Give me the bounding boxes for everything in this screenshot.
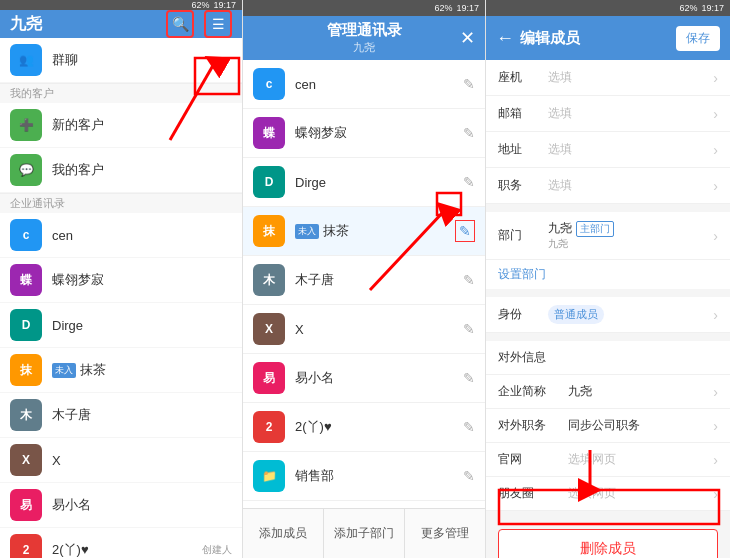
contact-name: 易小名 bbox=[295, 369, 334, 387]
edit-icon[interactable]: ✎ bbox=[463, 321, 475, 337]
avatar: 蝶 bbox=[253, 117, 285, 149]
edit-icon[interactable]: ✎ bbox=[463, 272, 475, 288]
contact-name: 易小名 bbox=[52, 496, 91, 514]
chevron-icon: › bbox=[713, 70, 718, 86]
status-bar-1: 62% 19:17 bbox=[0, 0, 242, 10]
list-item[interactable]: X X ✎ bbox=[243, 305, 485, 354]
email-value: 选填 bbox=[538, 105, 713, 122]
add-subdept-label: 添加子部门 bbox=[334, 525, 394, 542]
dept-label: 部门 bbox=[498, 227, 538, 244]
edit-icon[interactable]: ✎ bbox=[463, 419, 475, 435]
identity-row[interactable]: 身份 普通成员 › bbox=[486, 297, 730, 333]
add-member-button[interactable]: 添加成员 bbox=[243, 509, 324, 558]
back-button[interactable]: ← bbox=[496, 28, 514, 49]
address-row[interactable]: 地址 选填 › bbox=[486, 132, 730, 168]
company-abbr-row[interactable]: 企业简称 九尧 › bbox=[486, 375, 730, 409]
list-item[interactable]: c cen ✎ bbox=[243, 60, 485, 109]
chevron-icon: › bbox=[713, 106, 718, 122]
contact-name: 抹茶 bbox=[323, 222, 349, 240]
zuoji-label: 座机 bbox=[498, 69, 538, 86]
contact-name: 销售部 bbox=[295, 467, 334, 485]
list-item[interactable]: X X bbox=[0, 438, 242, 483]
contact-name: cen bbox=[52, 228, 73, 243]
search-button[interactable]: 🔍 bbox=[166, 10, 194, 38]
panel2-header: 管理通讯录 九尧 ✕ bbox=[243, 16, 485, 60]
set-dept-link[interactable]: 设置部门 bbox=[486, 260, 730, 289]
contact-name: X bbox=[295, 322, 304, 337]
list-item[interactable]: 抹 未入 抹茶 bbox=[0, 348, 242, 393]
company-abbr-label: 企业简称 bbox=[498, 383, 568, 400]
menu-button[interactable]: ☰ bbox=[204, 10, 232, 38]
add-subdept-button[interactable]: 添加子部门 bbox=[324, 509, 405, 558]
chevron-icon: › bbox=[713, 486, 718, 502]
new-client-label: 新的客户 bbox=[52, 116, 104, 134]
avatar: 木 bbox=[10, 399, 42, 431]
list-item[interactable]: 蝶 蝶翎梦寂 ✎ bbox=[243, 109, 485, 158]
list-item[interactable]: D Dirge ✎ bbox=[243, 158, 485, 207]
ext-position-label: 对外职务 bbox=[498, 417, 568, 434]
edit-icon[interactable]: ✎ bbox=[463, 174, 475, 190]
save-button[interactable]: 保存 bbox=[676, 26, 720, 51]
position-label: 职务 bbox=[498, 177, 538, 194]
my-client-item[interactable]: 💬 我的客户 bbox=[0, 148, 242, 193]
edit-icon-highlighted[interactable]: ✎ bbox=[455, 220, 475, 242]
edit-icon[interactable]: ✎ bbox=[463, 468, 475, 484]
list-item[interactable]: 易 易小名 bbox=[0, 483, 242, 528]
avatar: 抹 bbox=[10, 354, 42, 386]
list-item[interactable]: c cen bbox=[0, 213, 242, 258]
list-item[interactable]: D Dirge bbox=[0, 303, 242, 348]
new-client-item[interactable]: ➕ 新的客户 bbox=[0, 103, 242, 148]
close-button[interactable]: ✕ bbox=[460, 27, 475, 49]
identity-section: 身份 普通成员 › bbox=[486, 297, 730, 333]
edit-icon[interactable]: ✎ bbox=[463, 370, 475, 386]
identity-badge: 普通成员 bbox=[548, 305, 604, 324]
company-abbr-value: 九尧 bbox=[568, 383, 713, 400]
list-item[interactable]: 2 2(丫)♥ ✎ bbox=[243, 403, 485, 452]
group-item[interactable]: 👥 群聊 bbox=[0, 38, 242, 83]
avatar: D bbox=[253, 166, 285, 198]
moments-row[interactable]: 朋友圈 选填网页 › bbox=[486, 477, 730, 511]
carrier-3: 62% bbox=[679, 3, 697, 13]
zuoji-row[interactable]: 座机 选填 › bbox=[486, 60, 730, 96]
ext-info-label: 对外信息 bbox=[498, 349, 568, 366]
avatar: 蝶 bbox=[10, 264, 42, 296]
delete-container: 删除成员 bbox=[486, 519, 730, 558]
delete-member-button[interactable]: 删除成员 bbox=[498, 529, 718, 558]
panel3-header: ← 编辑成员 保存 bbox=[486, 16, 730, 60]
edit-icon[interactable]: ✎ bbox=[463, 125, 475, 141]
carrier-1: 62% bbox=[191, 0, 209, 10]
app-container: 62% 19:17 九尧 🔍 ☰ 👥 群聊 我的客户 ➕ 新的客户 💬 我的客户… bbox=[0, 0, 730, 558]
group-label: 群聊 bbox=[52, 51, 78, 69]
list-item[interactable]: 易 易小名 ✎ bbox=[243, 354, 485, 403]
avatar: X bbox=[253, 313, 285, 345]
ext-position-value: 同步公司职务 bbox=[568, 417, 713, 434]
contact-name: 2(丫)♥ bbox=[295, 418, 332, 436]
panel1-header: 九尧 🔍 ☰ bbox=[0, 10, 242, 38]
panel2-manage: 62% 19:17 管理通讯录 九尧 ✕ c cen ✎ 蝶 蝶翎梦寂 ✎ bbox=[243, 0, 486, 558]
list-item[interactable]: 📁 销售部 ✎ bbox=[243, 452, 485, 501]
list-item[interactable]: 蝶 蝶翎梦寂 bbox=[0, 258, 242, 303]
contact-name: 木子唐 bbox=[52, 406, 91, 424]
position-value: 选填 bbox=[538, 177, 713, 194]
list-item[interactable]: 2 2(丫)♥ 创建人 bbox=[0, 528, 242, 558]
list-item-highlighted[interactable]: 抹 未入 抹茶 ✎ bbox=[243, 207, 485, 256]
my-client-avatar: 💬 bbox=[10, 154, 42, 186]
list-item[interactable]: 木 木子唐 ✎ bbox=[243, 256, 485, 305]
website-row[interactable]: 官网 选填网页 › bbox=[486, 443, 730, 477]
email-row[interactable]: 邮箱 选填 › bbox=[486, 96, 730, 132]
moments-value: 选填网页 bbox=[568, 485, 713, 502]
chevron-icon: › bbox=[713, 418, 718, 434]
contact-name: 蝶翎梦寂 bbox=[295, 124, 347, 142]
position-row[interactable]: 职务 选填 › bbox=[486, 168, 730, 204]
new-client-avatar: ➕ bbox=[10, 109, 42, 141]
list-item[interactable]: 木 木子唐 bbox=[0, 393, 242, 438]
avatar: c bbox=[253, 68, 285, 100]
contact-name: 蝶翎梦寂 bbox=[52, 271, 104, 289]
dept-row[interactable]: 部门 九尧 主部门 九尧 › bbox=[486, 212, 730, 260]
edit-icon[interactable]: ✎ bbox=[463, 76, 475, 92]
more-manage-button[interactable]: 更多管理 bbox=[405, 509, 485, 558]
ext-position-row[interactable]: 对外职务 同步公司职务 › bbox=[486, 409, 730, 443]
status-bar-2: 62% 19:17 bbox=[243, 0, 485, 16]
my-clients-section: 我的客户 bbox=[0, 83, 242, 103]
info-count: 共8人，1人未加入 bbox=[243, 501, 485, 508]
